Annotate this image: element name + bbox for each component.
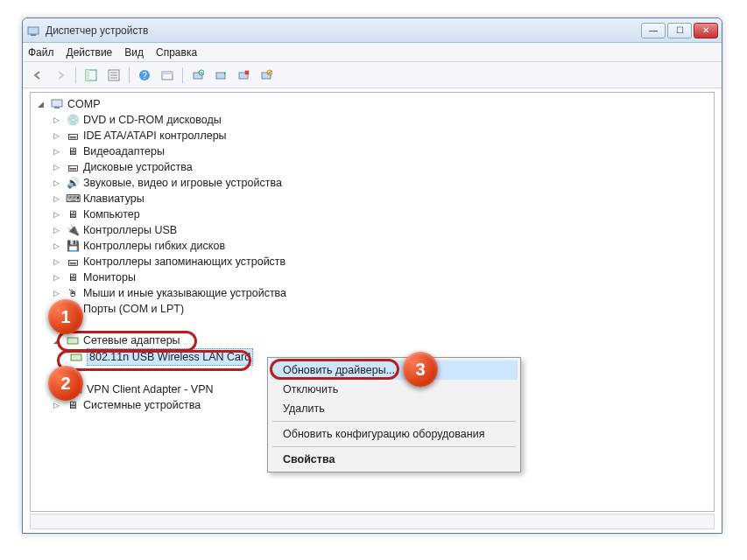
svg-rect-0	[28, 27, 39, 34]
menu-update-drivers[interactable]: Обновить драйверы...	[271, 360, 518, 380]
context-menu: Обновить драйверы... Отключить Удалить О…	[267, 357, 521, 472]
svg-rect-22	[54, 107, 60, 108]
item-label: DVD и CD-ROM дисководы	[83, 112, 222, 128]
monitor-icon: 🖥	[66, 270, 80, 284]
window-buttons: — ☐ ✕	[641, 23, 718, 38]
tree-item-network-adapters[interactable]: ◢Сетевые адаптеры	[38, 332, 707, 348]
svg-rect-11	[162, 72, 173, 74]
help-button[interactable]: ?	[135, 66, 154, 85]
collapse-icon[interactable]: ◢	[38, 96, 46, 112]
menubar: Файл Действие Вид Справка	[23, 43, 722, 62]
device-label: VPN Client Adapter - VPN	[87, 382, 214, 397]
tree-item[interactable]: ▷💾Контроллеры гибких дисков	[38, 238, 707, 254]
tree-item[interactable]: ▷⌨Клавиатуры	[38, 191, 707, 206]
tree-item[interactable]: ▷🖴Контроллеры запоминающих устройств	[38, 254, 707, 270]
storage-icon: 🖴	[66, 255, 80, 269]
minimize-button[interactable]: —	[641, 23, 666, 38]
item-label: Видеоадаптеры	[83, 144, 165, 159]
network-device-icon	[69, 350, 83, 364]
tree-root[interactable]: ◢ COMP	[38, 96, 707, 112]
menu-view[interactable]: Вид	[124, 46, 144, 59]
menu-separator	[272, 446, 516, 447]
expand-icon[interactable]: ▷	[53, 206, 62, 222]
expand-icon[interactable]: ▷	[53, 175, 62, 191]
menu-action[interactable]: Действие	[67, 46, 113, 59]
uninstall-button[interactable]	[234, 66, 253, 85]
audio-icon: 🔊	[66, 176, 80, 190]
app-icon	[26, 24, 40, 38]
device-label: 802.11n USB Wireless LAN Card	[87, 348, 253, 366]
svg-rect-1	[31, 34, 36, 36]
disable-button[interactable]	[257, 66, 276, 85]
system-icon: 🖥	[66, 398, 80, 412]
expand-icon[interactable]: ▷	[53, 191, 62, 206]
expand-icon[interactable]: ▷	[53, 222, 62, 238]
item-label: Порты (COM и LPT)	[83, 301, 184, 317]
item-label: IDE ATA/ATAPI контроллеры	[83, 128, 227, 144]
expand-icon[interactable]: ▷	[53, 238, 62, 254]
show-hide-tree-button[interactable]	[81, 66, 101, 85]
floppy-icon: 💾	[66, 239, 80, 253]
svg-rect-3	[86, 70, 89, 80]
item-label: Мыши и иные указывающие устройства	[83, 285, 286, 301]
port-icon: 🔗	[66, 302, 80, 316]
toolbar-btn-5[interactable]	[158, 66, 177, 85]
tree-item[interactable]: ▷🔌Контроллеры USB	[38, 222, 707, 238]
expand-icon[interactable]: ▷	[53, 285, 62, 301]
menu-separator	[272, 421, 516, 422]
tree-item[interactable]: ▷🔗Порты (COM и LPT)	[38, 301, 707, 317]
controller-icon: 🖴	[66, 129, 80, 143]
tree-item[interactable]: ▷🖥Компьютер	[38, 206, 707, 222]
svg-rect-24	[71, 354, 81, 360]
tree-item[interactable]: ▷🔊Звуковые, видео и игровые устройства	[38, 175, 707, 191]
mouse-icon: 🖱	[66, 286, 80, 300]
window-title: Диспетчер устройств	[46, 24, 641, 37]
expand-icon[interactable]: ▷	[53, 144, 62, 159]
menu-file[interactable]: Файл	[28, 46, 54, 59]
tree-item[interactable]: ▷🖱Мыши и иные указывающие устройства	[38, 285, 707, 301]
update-driver-button[interactable]	[211, 66, 230, 85]
tree-item[interactable]: ▷💿DVD и CD-ROM дисководы	[38, 112, 707, 128]
menu-properties[interactable]: Свойства	[271, 450, 518, 469]
properties-button[interactable]	[104, 66, 123, 85]
expand-icon[interactable]: ▷	[53, 128, 62, 144]
expand-icon[interactable]: ▷	[53, 112, 62, 128]
svg-rect-23	[67, 338, 78, 344]
expand-icon[interactable]: ▷	[53, 159, 62, 175]
item-label: Контроллеры гибких дисков	[83, 238, 225, 254]
svg-rect-12	[194, 73, 202, 79]
disk-icon: 🖴	[66, 160, 80, 174]
item-label: Системные устройства	[83, 397, 201, 413]
expand-icon[interactable]: ▷	[53, 397, 62, 413]
tree-item[interactable]: ▷🖴Дисковые устройства	[38, 159, 707, 175]
item-label: Контроллеры запоминающих устройств	[83, 254, 285, 270]
maximize-button[interactable]: ☐	[667, 23, 692, 38]
svg-text:?: ?	[142, 71, 147, 80]
expand-icon[interactable]: ▷	[53, 254, 62, 270]
usb-icon: 🔌	[66, 223, 80, 237]
back-button[interactable]	[28, 66, 47, 85]
item-label: Дисковые устройства	[83, 159, 193, 175]
menu-delete[interactable]: Удалить	[271, 399, 518, 418]
network-device-icon	[69, 382, 83, 396]
tree-item[interactable]: ▷🖥Видеоадаптеры	[38, 144, 707, 159]
svg-rect-21	[52, 100, 62, 107]
item-label: Клавиатуры	[83, 191, 144, 206]
menu-disable[interactable]: Отключить	[271, 380, 518, 399]
display-adapter-icon: 🖥	[66, 144, 80, 158]
close-button[interactable]: ✕	[694, 23, 718, 38]
expand-icon[interactable]: ▷	[53, 301, 62, 317]
menu-refresh-hardware[interactable]: Обновить конфигурацию оборудования	[271, 424, 518, 444]
forward-button[interactable]	[51, 66, 70, 85]
svg-rect-14	[216, 73, 225, 79]
computer-icon	[50, 97, 64, 111]
item-label: Мониторы	[83, 270, 136, 285]
menu-help[interactable]: Справка	[156, 46, 197, 59]
collapse-icon[interactable]: ◢	[53, 332, 62, 348]
scan-hardware-button[interactable]	[188, 66, 208, 85]
computer-icon: 🖥	[66, 207, 80, 221]
expand-icon[interactable]: ▷	[53, 270, 62, 285]
titlebar[interactable]: Диспетчер устройств — ☐ ✕	[23, 18, 722, 43]
tree-item[interactable]: ▷🖴IDE ATA/ATAPI контроллеры	[38, 128, 707, 144]
tree-item[interactable]: ▷🖥Мониторы	[38, 270, 707, 285]
